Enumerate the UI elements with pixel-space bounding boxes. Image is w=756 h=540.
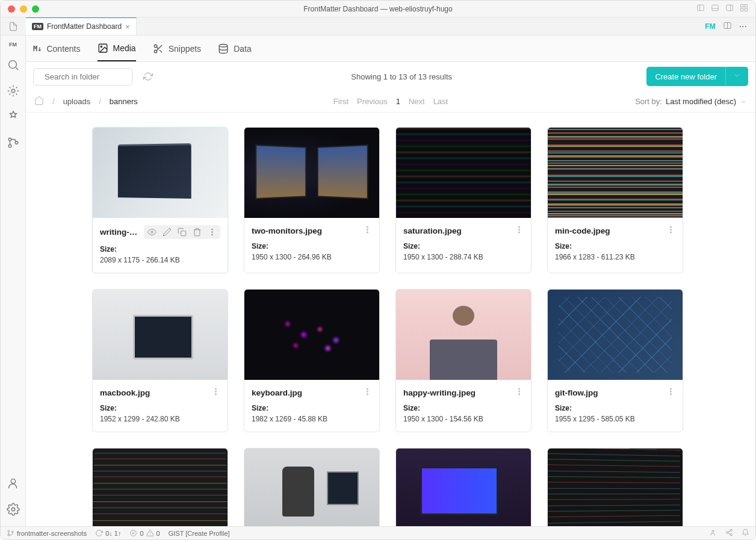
account-status-icon[interactable] — [709, 529, 717, 538]
git-branch-icon — [7, 529, 14, 537]
size-value: 1950 x 1300 - 264.96 KB — [252, 253, 372, 261]
media-menu-button[interactable] — [363, 387, 372, 398]
search-activity-icon[interactable] — [7, 58, 20, 73]
svg-point-44 — [215, 388, 217, 389]
media-thumbnail[interactable] — [244, 290, 379, 380]
debug-activity-icon[interactable] — [7, 84, 20, 99]
svg-line-25 — [159, 49, 161, 52]
media-card[interactable]: keyboard.jpgSize:1982 x 1269 - 45.88 KB — [244, 289, 380, 432]
media-thumbnail[interactable] — [548, 448, 683, 526]
navtab-media[interactable]: Media — [98, 36, 136, 61]
delete-icon[interactable] — [193, 228, 202, 237]
source-control-activity-icon[interactable] — [7, 136, 20, 151]
copy-icon[interactable] — [178, 228, 187, 237]
media-card[interactable]: coffee.jpegSize: — [395, 448, 531, 526]
media-menu-button[interactable] — [666, 225, 675, 236]
media-filename: two-monitors.jpeg — [252, 226, 359, 235]
svg-point-14 — [11, 89, 15, 93]
page-prev[interactable]: Previous — [357, 97, 388, 106]
editor-tab-frontmatter[interactable]: FM FrontMatter Dashboard × — [26, 17, 137, 35]
breadcrumb-banners[interactable]: banners — [110, 97, 138, 106]
split-editor-icon[interactable] — [723, 21, 732, 32]
branch-indicator[interactable]: frontmatter-screenshots — [7, 529, 87, 537]
svg-point-79 — [730, 534, 732, 536]
panel-right-icon[interactable] — [725, 4, 734, 14]
size-value: 1982 x 1269 - 45.88 KB — [252, 415, 372, 423]
breadcrumb-uploads[interactable]: uploads — [63, 97, 91, 106]
sortby-dropdown[interactable]: Sort by: Last modified (desc) — [635, 97, 747, 106]
media-card[interactable]: saturation.jpegSize:1950 x 1300 - 288.74… — [395, 127, 531, 273]
page-first[interactable]: First — [333, 97, 349, 106]
media-thumbnail[interactable] — [396, 448, 531, 526]
view-icon[interactable] — [147, 228, 156, 237]
settings-gear-icon[interactable] — [7, 503, 20, 518]
media-card[interactable]: developer.jpegSize: — [244, 448, 380, 526]
media-thumbnail[interactable] — [244, 448, 379, 526]
maximize-window-button[interactable] — [32, 5, 39, 13]
media-card[interactable]: min-code.jpegSize:1966 x 1283 - 611.23 K… — [547, 127, 683, 273]
media-thumbnail[interactable] — [244, 128, 379, 218]
svg-point-36 — [367, 229, 368, 231]
media-toolbar: Showing 1 to 13 of 13 results Create new… — [26, 62, 755, 91]
edit-icon[interactable] — [163, 228, 172, 237]
explorer-toggle-icon[interactable] — [1, 17, 26, 35]
frontmatter-activity-icon[interactable]: FM — [9, 42, 17, 48]
navtab-contents[interactable]: M↓ Contents — [33, 36, 81, 61]
media-card[interactable]: happy-writing.jpegSize:1950 x 1300 - 154… — [395, 289, 531, 432]
create-folder-button[interactable]: Create new folder — [646, 67, 748, 86]
svg-point-17 — [15, 141, 18, 144]
more-icon[interactable] — [208, 228, 217, 237]
panel-bottom-icon[interactable] — [711, 4, 719, 14]
live-share-icon[interactable] — [725, 529, 733, 538]
extensions-activity-icon[interactable] — [7, 110, 20, 125]
media-hover-actions — [144, 225, 220, 239]
media-filename: macbook.jpg — [100, 388, 208, 397]
close-tab-icon[interactable]: × — [125, 22, 130, 31]
media-thumbnail[interactable] — [93, 448, 228, 526]
svg-point-32 — [212, 229, 213, 230]
sync-indicator[interactable]: 0↓ 1↑ — [95, 529, 121, 537]
create-folder-dropdown[interactable] — [725, 67, 748, 86]
media-menu-button[interactable] — [515, 387, 524, 398]
media-card[interactable]: writing-code.jpegSize:2089 x 1175 - 266.… — [92, 127, 228, 273]
panel-left-icon[interactable] — [696, 4, 705, 14]
media-menu-button[interactable] — [666, 387, 675, 398]
media-card[interactable]: git-flow.jpgSize:1955 x 1295 - 585.05 KB — [547, 289, 683, 432]
more-actions-icon[interactable]: ··· — [739, 21, 747, 32]
media-thumbnail[interactable] — [548, 290, 683, 380]
navtab-snippets[interactable]: Snippets — [153, 36, 201, 61]
media-grid-scroll[interactable]: writing-code.jpegSize:2089 x 1175 - 266.… — [26, 113, 755, 526]
media-card[interactable]: macbook.jpgSize:1952 x 1299 - 242.80 KB — [92, 289, 228, 432]
gist-indicator[interactable]: GIST [Create Profile] — [169, 530, 230, 537]
chevron-down-icon — [733, 72, 741, 79]
navtab-data[interactable]: Data — [218, 36, 252, 61]
account-icon[interactable] — [7, 477, 20, 492]
media-thumbnail[interactable] — [93, 290, 228, 380]
layout-grid-icon[interactable] — [740, 4, 748, 14]
media-thumbnail[interactable] — [396, 290, 531, 380]
media-thumbnail[interactable] — [93, 128, 228, 218]
media-thumbnail[interactable] — [548, 128, 683, 218]
svg-point-45 — [215, 391, 217, 393]
media-card[interactable]: dropzone.jpegSize: — [92, 448, 228, 526]
minimize-window-button[interactable] — [20, 5, 27, 13]
frontmatter-logo[interactable]: FM — [705, 22, 715, 31]
media-thumbnail[interactable] — [396, 128, 531, 218]
media-menu-button[interactable] — [211, 387, 220, 398]
search-input[interactable] — [45, 72, 146, 81]
markdown-icon: M↓ — [33, 45, 42, 53]
media-card[interactable]: two-monitors.jpegSize:1950 x 1300 - 264.… — [244, 127, 380, 273]
svg-point-41 — [671, 226, 672, 228]
media-menu-button[interactable] — [515, 225, 524, 236]
notifications-icon[interactable] — [742, 529, 749, 538]
close-window-button[interactable] — [8, 5, 15, 13]
media-menu-button[interactable] — [363, 225, 372, 236]
home-icon[interactable] — [34, 96, 44, 107]
page-next[interactable]: Next — [409, 97, 425, 106]
search-box[interactable] — [33, 68, 132, 85]
page-last[interactable]: Last — [433, 97, 448, 106]
problems-indicator[interactable]: 0 0 — [129, 529, 160, 537]
media-card[interactable]: code.jpgSize: — [547, 448, 683, 526]
refresh-button[interactable] — [140, 68, 156, 85]
size-label: Size: — [403, 242, 524, 250]
